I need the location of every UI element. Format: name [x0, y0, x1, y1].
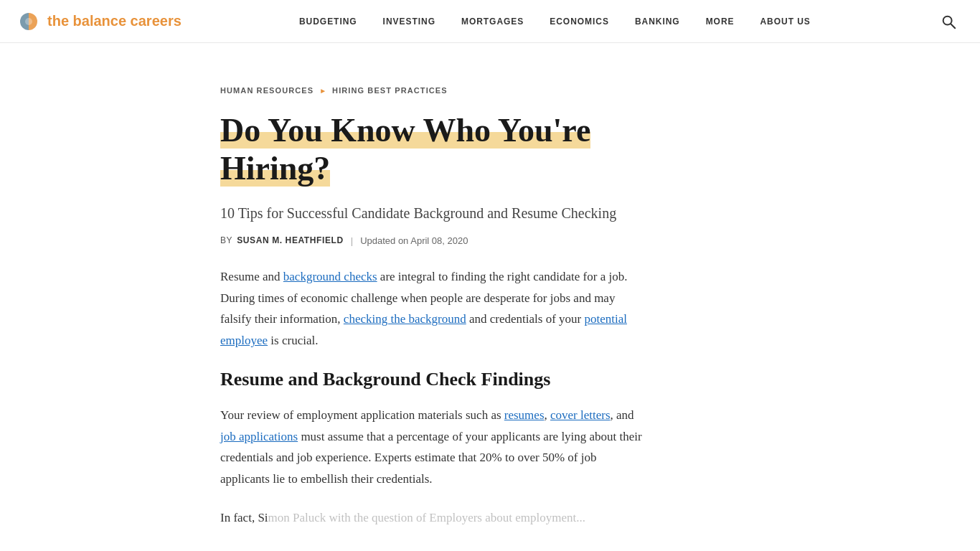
search-button[interactable] — [934, 7, 963, 36]
body-para1-text-after: and credentials of your — [466, 312, 585, 326]
main-content: HUMAN RESOURCES ► HIRING BEST PRACTICES … — [0, 43, 980, 551]
body-para1-text-before: Resume and — [220, 270, 283, 283]
article-subtitle: 10 Tips for Successful Candidate Backgro… — [220, 202, 644, 224]
main-nav: BUDGETING INVESTING MORTGAGES ECONOMICS … — [286, 0, 824, 43]
nav-about-us[interactable]: ABOUT US — [747, 0, 823, 43]
logo-icon — [17, 10, 40, 33]
breadcrumb-separator: ► — [319, 87, 326, 95]
byline-label: BY — [220, 235, 232, 245]
comma1: , — [545, 408, 551, 422]
section-heading-background-check: Resume and Background Check Findings — [220, 369, 760, 390]
author-link[interactable]: SUSAN M. HEATHFIELD — [237, 235, 344, 245]
body-paragraph-1: Resume and background checks are integra… — [220, 266, 644, 352]
byline-divider: | — [351, 235, 353, 246]
resumes-link[interactable]: resumes — [504, 408, 545, 422]
breadcrumb-hiring-best-practices[interactable]: HIRING BEST PRACTICES — [332, 86, 448, 95]
nav-budgeting[interactable]: BUDGETING — [286, 0, 370, 43]
nav-economics[interactable]: ECONOMICS — [537, 0, 622, 43]
article-body: Resume and background checks are integra… — [220, 266, 760, 529]
search-icon — [941, 14, 956, 29]
cover-letters-link[interactable]: cover letters — [550, 408, 611, 422]
body-para2-before: Your review of employment application ma… — [220, 408, 504, 422]
svg-point-1 — [25, 18, 32, 25]
logo-text: the balance careers — [47, 13, 182, 29]
nav-more[interactable]: MORE — [693, 0, 748, 43]
body-para1-text-end: is crucial. — [268, 334, 318, 347]
breadcrumb-human-resources[interactable]: HUMAN RESOURCES — [220, 86, 314, 95]
body-paragraph-2: Your review of employment application ma… — [220, 405, 644, 490]
breadcrumb: HUMAN RESOURCES ► HIRING BEST PRACTICES — [220, 86, 760, 95]
logo-text-before: the balance — [47, 13, 126, 29]
body-para3-text: In fact, Simon Paluck with the question … — [220, 511, 585, 524]
job-applications-link[interactable]: job applications — [220, 430, 298, 443]
nav-investing[interactable]: INVESTING — [370, 0, 448, 43]
article-title: Do You Know Who You'reHiring? — [220, 112, 665, 188]
byline-date: Updated on April 08, 2020 — [360, 235, 468, 246]
checking-background-link[interactable]: checking the background — [344, 312, 466, 326]
background-checks-link[interactable]: background checks — [283, 270, 377, 283]
logo-text-after: careers — [131, 13, 182, 29]
site-header: the balance careers BUDGETING INVESTING … — [0, 0, 980, 43]
article-title-text: Do You Know Who You'reHiring? — [220, 112, 590, 187]
nav-mortgages[interactable]: MORTGAGES — [448, 0, 537, 43]
byline: BY SUSAN M. HEATHFIELD | Updated on Apri… — [220, 235, 760, 246]
and-text: , and — [611, 408, 634, 422]
body-paragraph-3: In fact, Simon Paluck with the question … — [220, 507, 644, 529]
site-logo[interactable]: the balance careers — [17, 10, 182, 33]
svg-line-3 — [951, 24, 955, 28]
nav-banking[interactable]: BANKING — [622, 0, 693, 43]
